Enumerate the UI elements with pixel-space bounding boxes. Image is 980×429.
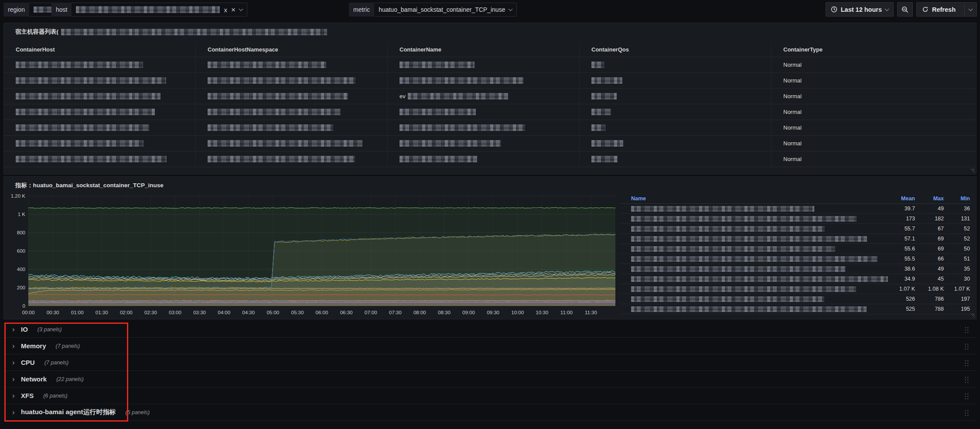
chip-remove-icon[interactable]: x (224, 7, 227, 13)
legend-series-row[interactable]: 525788195 (620, 304, 972, 314)
table-panel-title[interactable]: 宿主机容器列表( (4, 23, 976, 36)
collapsed-row-memory[interactable]: ›Memory(7 panels) (3, 338, 977, 354)
chevron-down-icon (969, 7, 973, 11)
legend-name-redacted (631, 206, 814, 212)
column-header-containerqos[interactable]: ContainerQos (580, 42, 772, 57)
time-range-picker[interactable]: Last 12 hours (826, 2, 894, 17)
table-row: Normal (4, 104, 976, 120)
legend-header-max[interactable]: Max (917, 196, 946, 202)
cell-containerhostnamespace (196, 89, 388, 104)
cell-redacted (208, 62, 326, 68)
legend-max-value: 69 (917, 236, 946, 242)
cell-redacted (208, 93, 348, 100)
clear-selection-icon[interactable]: × (231, 6, 236, 14)
y-axis-tick-label: 1.20 K (11, 193, 26, 199)
cell-containertype: Normal (772, 73, 976, 88)
legend-series-row[interactable]: 55.66950 (620, 244, 972, 254)
column-header-label: ContainerQos (591, 46, 629, 53)
cell-containerqos (580, 89, 772, 104)
cell-type-value: Normal (783, 109, 802, 115)
legend-series-row[interactable]: 38.64935 (620, 264, 972, 274)
legend-max-value: 66 (917, 256, 946, 262)
host-variable-control[interactable]: host x × (51, 3, 247, 17)
column-header-label: ContainerName (400, 46, 441, 53)
collapsed-row-io[interactable]: ›IO(3 panels) (3, 321, 977, 338)
column-header-label: ContainerHost (16, 46, 55, 53)
legend-series-row[interactable]: 57.16952 (620, 234, 972, 244)
legend-name-redacted (631, 216, 857, 222)
cell-redacted (400, 124, 525, 131)
collapsed-row-network[interactable]: ›Network(22 panels) (3, 371, 977, 388)
cell-containerhostnamespace (196, 104, 388, 120)
x-axis-tick-label: 05:30 (291, 310, 304, 315)
row-drag-handle-icon[interactable] (964, 326, 969, 333)
cell-containerhost (4, 57, 196, 72)
cell-type-value: Normal (783, 93, 802, 100)
refresh-interval-dropdown[interactable] (964, 3, 977, 16)
legend-min-value: 35 (946, 266, 972, 272)
legend-min-value: 51 (946, 256, 972, 262)
cell-containertype: Normal (772, 104, 976, 120)
legend-series-row[interactable]: 55.56651 (620, 254, 972, 264)
timeseries-plot[interactable]: 02004006008001 K1.20 K00:0000:3001:0001:… (8, 192, 617, 317)
region-variable-label: region (3, 3, 29, 17)
row-drag-handle-icon[interactable] (964, 359, 969, 366)
x-axis-tick-label: 11:30 (585, 310, 597, 315)
legend-series-row[interactable]: 34.94530 (620, 274, 972, 284)
chevron-down-icon (239, 7, 243, 11)
x-axis-tick-label: 06:00 (316, 310, 328, 315)
cell-redacted (591, 93, 617, 100)
legend-max-value: 786 (917, 296, 946, 302)
cell-containerhostnamespace (196, 120, 388, 135)
row-drag-handle-icon[interactable] (964, 376, 969, 383)
zoom-out-icon (901, 6, 908, 13)
column-header-containername[interactable]: ContainerName (388, 42, 580, 57)
y-axis-tick-label: 0 (23, 303, 25, 309)
row-drag-handle-icon[interactable] (964, 409, 969, 416)
host-variable-value[interactable]: x × (72, 3, 247, 17)
chart-panel-title[interactable]: 指标：huatuo_bamai_sockstat_container_TCP_i… (4, 177, 976, 189)
cell-redacted (16, 109, 155, 115)
row-drag-handle-icon[interactable] (964, 343, 969, 350)
legend-min-value: 197 (946, 296, 972, 302)
collapsed-row-cpu[interactable]: ›CPU(7 panels) (3, 354, 977, 371)
collapsed-row-xfs[interactable]: ›XFS(6 panels) (3, 388, 977, 404)
y-axis-tick-label: 800 (17, 230, 25, 235)
column-header-containerhost[interactable]: ContainerHost (4, 42, 196, 57)
chevron-right-icon: › (10, 358, 21, 367)
table-header-row: ContainerHostContainerHostNamespaceConta… (4, 42, 976, 57)
container-table: ContainerHostContainerHostNamespaceConta… (4, 42, 976, 167)
cell-redacted (16, 124, 149, 131)
panel-resize-handle[interactable] (970, 313, 975, 318)
legend-series-row[interactable]: 1.07 K1.08 K1.07 K (620, 284, 972, 294)
cell-redacted (400, 156, 477, 162)
legend-series-row[interactable]: 39.74936 (620, 204, 972, 214)
cell-type-value: Normal (783, 77, 802, 84)
zoom-out-time-button[interactable] (897, 2, 913, 17)
cell-redacted (16, 77, 166, 84)
cell-redacted (208, 156, 355, 162)
metric-variable-value[interactable]: huatuo_bamai_sockstat_container_TCP_inus… (374, 3, 517, 17)
metric-variable-control[interactable]: metric huatuo_bamai_sockstat_container_T… (349, 3, 517, 17)
legend-series-row[interactable]: 55.76752 (620, 224, 972, 234)
cell-redacted (16, 156, 167, 162)
column-header-label: ContainerHostNamespace (208, 46, 278, 53)
panel-resize-handle[interactable] (970, 168, 975, 173)
legend-series-row[interactable]: 173182131 (620, 214, 972, 224)
cell-name-prefix: ev (400, 93, 406, 100)
cell-containerhostnamespace (196, 57, 388, 72)
legend-series-row[interactable]: 526786197 (620, 294, 972, 304)
legend-header-name[interactable]: Name (631, 196, 888, 202)
legend-header-min[interactable]: Min (946, 196, 972, 202)
row-drag-handle-icon[interactable] (964, 392, 969, 399)
refresh-button[interactable]: Refresh (917, 3, 961, 16)
collapsed-row-huatuo-bamai-agent-[interactable]: ›huatuo-bamai agent运行时指标(5 panels) (3, 404, 977, 421)
legend-mean-value: 55.7 (888, 226, 917, 232)
cell-containername (388, 120, 580, 135)
legend-header-mean[interactable]: Mean (888, 196, 917, 202)
chart-legend-table: NameMeanMaxMin39.7493617318213155.767525… (620, 193, 972, 316)
legend-max-value: 49 (917, 266, 946, 272)
column-header-containerhostnamespace[interactable]: ContainerHostNamespace (196, 42, 388, 57)
legend-max-value: 69 (917, 246, 946, 252)
column-header-containertype[interactable]: ContainerType (772, 42, 976, 57)
